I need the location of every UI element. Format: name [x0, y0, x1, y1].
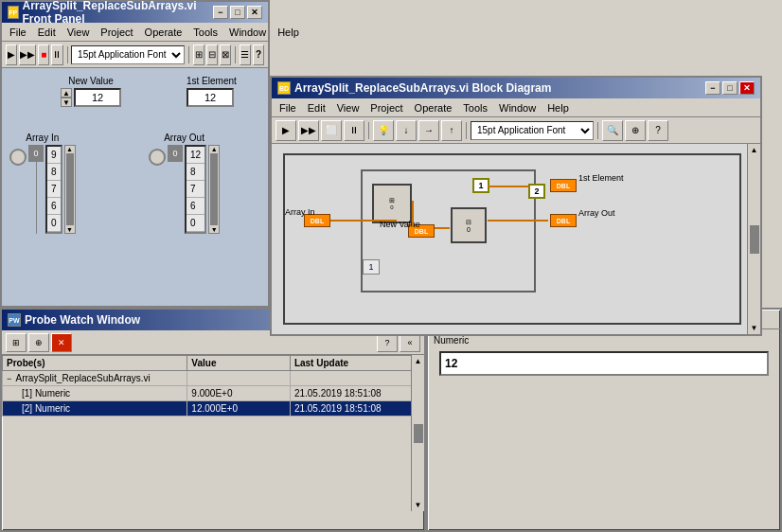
menu-view[interactable]: View	[62, 25, 96, 40]
array-in-knob[interactable]	[9, 149, 27, 166]
minimize-button[interactable]: −	[213, 6, 228, 19]
help-button[interactable]: ?	[253, 44, 264, 65]
run-continuously-button[interactable]: ▶▶	[19, 44, 36, 65]
bd-menu-operate[interactable]: Operate	[409, 100, 458, 115]
bd-font-select[interactable]: 15pt Application Font	[471, 121, 594, 140]
bd-maximize-button[interactable]: □	[722, 81, 738, 95]
first-element-bd-label: 1st Element	[578, 173, 624, 183]
bd-run-continuously-button[interactable]: ▶▶	[298, 120, 319, 141]
new-value-increment[interactable]: ▲	[61, 88, 72, 98]
probe-scrollbar[interactable]: ▲ ▼	[411, 355, 424, 511]
array-out-knob[interactable]	[149, 149, 166, 166]
probe-row-2-label: [2] Numeric	[3, 401, 187, 417]
probe-scroll-down[interactable]: ▼	[415, 501, 422, 509]
probe-table-scroll[interactable]: Probe(s) Value Last Update − ArraySplit_…	[2, 355, 424, 511]
menu-project[interactable]: Project	[95, 25, 138, 40]
bd-menu-project[interactable]: Project	[364, 100, 408, 115]
array-in-row-0: 9	[47, 147, 61, 164]
array-out-index: 0	[168, 145, 183, 162]
probe-remove-button[interactable]: ✕	[51, 333, 72, 352]
bd-scroll-down[interactable]: ▼	[751, 324, 758, 332]
distribute-button[interactable]: ⊟	[206, 44, 218, 65]
probe-col-probe: Probe(s)	[3, 356, 187, 371]
bd-scroll-up[interactable]: ▲	[751, 146, 758, 154]
probe-row-group-value	[187, 371, 291, 386]
array-in-scrollbar[interactable]: ▲ ▼	[64, 145, 76, 234]
probe-delete-button[interactable]: ⊞	[6, 333, 27, 352]
probe-row-group-update	[290, 371, 423, 386]
bd-menu-edit[interactable]: Edit	[302, 100, 331, 115]
resize-button[interactable]: ⊠	[220, 44, 231, 65]
bd-pause-button[interactable]: ⏸	[344, 120, 364, 141]
bd-menu-tools[interactable]: Tools	[457, 100, 493, 115]
menu-edit[interactable]: Edit	[32, 25, 62, 40]
bd-search-button[interactable]: 🔍	[602, 120, 623, 141]
probe-row-2[interactable]: [2] Numeric 12.000E+0 21.05.2019 18:51:0…	[3, 401, 424, 417]
bd-step-over-button[interactable]: →	[418, 120, 439, 141]
first-element-display: 12	[187, 88, 234, 107]
probe-row-1[interactable]: [1] Numeric 9.000E+0 21.05.2019 18:51:08	[3, 386, 424, 401]
array-in-scroll-down[interactable]: ▼	[65, 226, 75, 233]
bd-icon: BD	[277, 81, 291, 95]
array-in-row-1: 8	[47, 164, 61, 181]
block-diagram-title-bar: BD ArraySplit_ReplaceSubArrays.vi Block …	[272, 78, 760, 98]
array-out-row-0: 12	[187, 147, 204, 164]
bd-zoom-button[interactable]: ⊕	[625, 120, 646, 141]
separator-2	[188, 46, 189, 63]
bd-menu-file[interactable]: File	[274, 100, 302, 115]
pause-button[interactable]: ⏸	[51, 44, 62, 65]
array-in-row-3: 6	[47, 198, 61, 215]
bd-help-button[interactable]: ?	[648, 120, 668, 141]
abort-button[interactable]: ■	[38, 44, 49, 65]
array-in-label: Array In	[9, 133, 76, 143]
menu-file[interactable]: File	[4, 25, 32, 40]
bd-close-button[interactable]: ✕	[739, 81, 755, 95]
array-out-row-3: 6	[187, 198, 204, 215]
menu-window[interactable]: Window	[223, 25, 272, 40]
maximize-button[interactable]: □	[230, 6, 245, 19]
array-in-row-4: 0	[47, 215, 61, 232]
bd-menu-view[interactable]: View	[331, 100, 365, 115]
bd-minimize-button[interactable]: −	[705, 81, 720, 95]
bd-separator-2	[466, 122, 467, 139]
bd-abort-button[interactable]: ⬜	[321, 120, 342, 141]
font-select[interactable]: 15pt Application Font	[71, 45, 185, 64]
new-value-label: New Value	[61, 76, 121, 86]
array-out-scroll-up[interactable]: ▲	[209, 146, 219, 152]
array-out-label: Array Out	[149, 133, 220, 143]
wire-to-first-element	[488, 186, 529, 187]
close-button[interactable]: ✕	[247, 6, 262, 19]
new-value-decrement[interactable]: ▼	[61, 98, 72, 107]
array-in-bd-label: Array In	[285, 207, 315, 217]
menu-tools[interactable]: Tools	[187, 25, 223, 40]
bd-outer-box: ⊞ 0 ⊟ 0 1 2 DBL DBL DBL DBL	[283, 153, 741, 325]
front-panel-window: FP ArraySplit_ReplaceSubArrays.vi Front …	[0, 0, 270, 308]
menu-help[interactable]: Help	[272, 25, 305, 40]
bd-title-left: BD ArraySplit_ReplaceSubArrays.vi Block …	[277, 81, 551, 95]
array-out-scroll-down[interactable]: ▼	[209, 226, 219, 233]
replace-array-label: 0	[467, 226, 471, 233]
menu-operate[interactable]: Operate	[139, 25, 188, 40]
bd-vertical-scrollbar[interactable]: ▲ ▼	[747, 144, 760, 334]
bd-run-button[interactable]: ▶	[275, 120, 296, 141]
probe-expand-icon: −	[7, 374, 11, 383]
array-in-scroll-up[interactable]: ▲	[65, 146, 75, 152]
array-out-scrollbar[interactable]: ▲ ▼	[208, 145, 220, 234]
bd-step-out-button[interactable]: ↑	[441, 120, 462, 141]
bd-step-into-button[interactable]: ↓	[396, 120, 417, 141]
array-out-row-2: 7	[187, 181, 204, 198]
align-button[interactable]: ⊞	[193, 44, 204, 65]
probe-row-2-value: 12.000E+0	[187, 401, 291, 417]
probe-add-button[interactable]: ⊕	[28, 333, 49, 352]
replace-array-icon: ⊟	[466, 219, 471, 226]
array-in-scroll-thumb	[66, 153, 74, 225]
probe-scroll-up[interactable]: ▲	[415, 357, 422, 365]
run-button[interactable]: ▶	[6, 44, 17, 65]
new-value-display[interactable]: 12	[74, 88, 121, 107]
title-bar-left: FP ArraySplit_ReplaceSubArrays.vi Front …	[8, 0, 213, 26]
array-split-label: 0	[390, 204, 393, 210]
reorder-button[interactable]: ☰	[240, 44, 251, 65]
bd-highlight-button[interactable]: 💡	[373, 120, 394, 141]
bd-menu-window[interactable]: Window	[493, 100, 542, 115]
bd-menu-help[interactable]: Help	[542, 100, 575, 115]
